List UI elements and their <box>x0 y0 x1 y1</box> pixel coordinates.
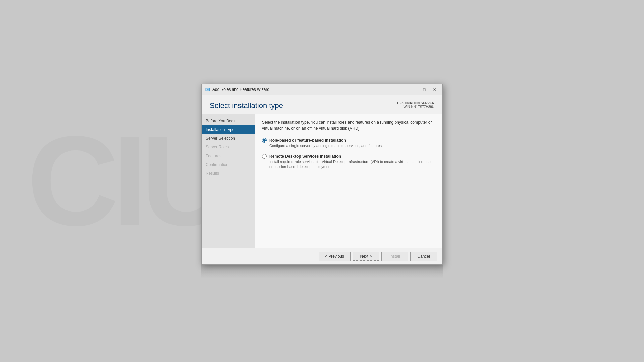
option-group: Role-based or feature-based installation… <box>262 138 436 170</box>
dialog-body: Select installation type DESTINATION SER… <box>202 95 442 264</box>
dialog-content: Before You Begin Installation Type Serve… <box>202 114 442 248</box>
cancel-button[interactable]: Cancel <box>410 252 437 261</box>
option-remote-desktop: Remote Desktop Services installation Ins… <box>262 154 436 170</box>
option-remote-desktop-label[interactable]: Remote Desktop Services installation <box>269 154 341 159</box>
option-role-based: Role-based or feature-based installation… <box>262 138 436 148</box>
destination-label: DESTINATION SERVER <box>397 101 434 105</box>
option-role-based-row: Role-based or feature-based installation <box>262 138 436 143</box>
dialog-reflection <box>201 265 443 278</box>
radio-role-based[interactable] <box>262 138 267 143</box>
sidebar-item-results: Results <box>202 169 255 178</box>
option-remote-desktop-desc: Install required role services for Virtu… <box>269 159 436 170</box>
window-title: Add Roles and Features Wizard <box>212 87 410 92</box>
dialog-header: Select installation type DESTINATION SER… <box>202 95 442 114</box>
close-button[interactable]: ✕ <box>430 86 439 93</box>
dialog-footer: < Previous Next > Install Cancel <box>202 248 442 264</box>
sidebar-item-features: Features <box>202 152 255 160</box>
sidebar-item-confirmation: Confirmation <box>202 160 255 169</box>
sidebar-item-server-roles: Server Roles <box>202 143 255 152</box>
bg-letters: CIU <box>27 117 226 245</box>
radio-remote-desktop[interactable] <box>262 154 267 159</box>
title-bar: Add Roles and Features Wizard — □ ✕ <box>202 84 442 95</box>
minimize-button[interactable]: — <box>410 86 419 93</box>
window-controls: — □ ✕ <box>410 86 439 93</box>
maximize-button[interactable]: □ <box>420 86 429 93</box>
svg-rect-2 <box>207 89 208 90</box>
previous-button[interactable]: < Previous <box>319 252 351 261</box>
sidebar-item-installation-type[interactable]: Installation Type <box>202 125 255 134</box>
page-title: Select installation type <box>210 101 283 110</box>
sidebar-item-server-selection[interactable]: Server Selection <box>202 134 255 143</box>
destination-name: WIN-NN1TS77H89U <box>397 105 434 109</box>
sidebar: Before You Begin Installation Type Serve… <box>202 114 255 248</box>
sidebar-item-before-you-begin[interactable]: Before You Begin <box>202 117 255 125</box>
main-content: Select the installation type. You can in… <box>255 114 442 248</box>
option-role-based-label[interactable]: Role-based or feature-based installation <box>269 138 346 143</box>
install-button[interactable]: Install <box>381 252 408 261</box>
option-role-based-desc: Configure a single server by adding role… <box>269 143 436 148</box>
wizard-dialog: Add Roles and Features Wizard — □ ✕ Sele… <box>201 84 443 265</box>
description-text: Select the installation type. You can in… <box>262 119 436 131</box>
app-icon <box>205 87 210 92</box>
option-remote-desktop-row: Remote Desktop Services installation <box>262 154 436 159</box>
next-button[interactable]: Next > <box>353 252 379 261</box>
destination-server: DESTINATION SERVER WIN-NN1TS77H89U <box>397 101 434 109</box>
